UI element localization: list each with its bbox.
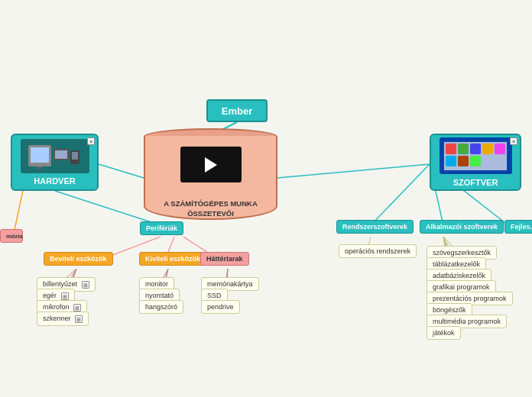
- fejlesz-label: Fejles...: [511, 223, 532, 231]
- periferiák-node: Perifériák: [140, 221, 183, 235]
- szoftver-image: [440, 137, 512, 174]
- alkalmazoi-node: Alkalmazói szoftverek: [420, 220, 504, 234]
- kiviteli-node: Kiviteli eszközök: [139, 252, 206, 266]
- cylinder-label: A SZÁMÍTÓGÉPES MUNKA ÖSSZETEVŐI: [145, 199, 276, 218]
- kiviteli-label: Kiviteli eszközök: [145, 255, 200, 263]
- svg-rect-34: [55, 150, 67, 159]
- beviteli-item-3: szkenner ⊞: [37, 311, 89, 326]
- beviteli-node: Beviteli eszközök: [44, 252, 113, 266]
- cylinder: A SZÁMÍTÓGÉPES MUNKA ÖSSZETEVŐI: [144, 128, 277, 228]
- svg-rect-45: [458, 156, 469, 166]
- svg-rect-41: [470, 144, 481, 154]
- svg-line-18: [371, 164, 430, 225]
- beviteli-item-0-icon: ⊞: [82, 281, 89, 289]
- hardver-label: HARDVER: [34, 176, 75, 186]
- svg-rect-31: [31, 147, 49, 163]
- kiviteli-item-2: hangszóró: [139, 300, 183, 314]
- svg-rect-44: [446, 156, 456, 166]
- alk-item-7: játékok: [427, 326, 461, 340]
- svg-rect-42: [482, 144, 493, 154]
- hatter-item-2: pendrive: [201, 300, 240, 314]
- rendszer-item-0: operációs rendszerek: [339, 244, 417, 258]
- fejlesz-node: Fejles...: [504, 220, 532, 234]
- beviteli-item-2-icon: ⊞: [73, 304, 81, 311]
- center-node: A SZÁMÍTÓGÉPES MUNKA ÖSSZETEVŐI: [144, 128, 277, 228]
- szoftver-expand-icon[interactable]: ≡: [510, 137, 517, 145]
- ember-node: Ember: [206, 99, 268, 122]
- svg-line-4: [14, 191, 23, 233]
- svg-rect-40: [458, 144, 469, 154]
- svg-rect-43: [495, 144, 505, 154]
- alkalmazoi-label: Alkalmazói szoftverek: [426, 223, 498, 231]
- beviteli-label: Beviteli eszközök: [50, 255, 107, 263]
- svg-rect-36: [72, 152, 78, 160]
- hardver-expand-icon[interactable]: ≡: [87, 137, 95, 145]
- svg-rect-46: [470, 156, 481, 166]
- ember-label: Ember: [222, 105, 252, 117]
- svg-line-2: [277, 164, 430, 178]
- hatter-label: Háttértarak: [206, 255, 243, 263]
- beviteli-item-3-icon: ⊞: [75, 315, 83, 323]
- beviteli-item-1-icon: ⊞: [61, 292, 69, 300]
- rendszer-label: Rendszerszoftverek: [342, 223, 407, 231]
- hardver-image: [21, 139, 89, 173]
- periferiák-label: Perifériák: [146, 224, 177, 232]
- svg-rect-39: [446, 144, 456, 154]
- play-icon: [205, 157, 217, 173]
- cylinder-body: A SZÁMÍTÓGÉPES MUNKA ÖSSZETEVŐI: [144, 136, 277, 220]
- rendszer-node: Rendszerszoftverek: [336, 220, 414, 234]
- szoftver-node[interactable]: SZOFTVER ≡: [430, 134, 521, 191]
- hatter-node: Háttértarak: [200, 252, 249, 266]
- memoria-node: mória: [0, 229, 23, 243]
- svg-line-1: [99, 164, 144, 178]
- svg-rect-32: [37, 166, 42, 169]
- memoria-label: mória: [6, 233, 23, 240]
- video-thumbnail[interactable]: [180, 147, 242, 182]
- szoftver-label: SZOFTVER: [453, 178, 498, 187]
- hardver-node[interactable]: HARDVER ≡: [11, 134, 99, 191]
